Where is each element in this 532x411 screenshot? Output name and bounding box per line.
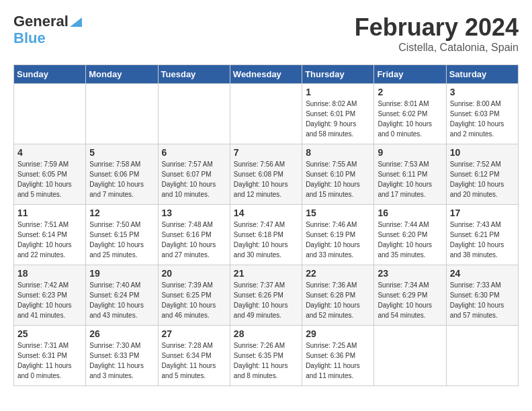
svg-marker-0 [70, 17, 82, 27]
calendar-subtitle: Cistella, Catalonia, Spain [355, 42, 519, 54]
logo-general: General [13, 13, 69, 30]
day-number: 21 [234, 268, 298, 279]
calendar-cell [374, 326, 446, 386]
calendar-cell [158, 84, 230, 144]
day-number: 23 [378, 268, 442, 279]
calendar-cell: 9Sunrise: 7:53 AMSunset: 6:11 PMDaylight… [374, 144, 446, 205]
calendar-cell [86, 84, 158, 144]
day-info: Sunrise: 8:01 AMSunset: 6:02 PMDaylight:… [378, 99, 442, 139]
week-row-0: 1Sunrise: 8:02 AMSunset: 6:01 PMDaylight… [14, 84, 519, 144]
calendar-cell: 13Sunrise: 7:48 AMSunset: 6:16 PMDayligh… [158, 205, 230, 265]
day-info: Sunrise: 7:46 AMSunset: 6:19 PMDaylight:… [306, 220, 370, 260]
calendar-cell: 20Sunrise: 7:39 AMSunset: 6:25 PMDayligh… [158, 265, 230, 326]
week-row-1: 4Sunrise: 7:59 AMSunset: 6:05 PMDaylight… [14, 144, 519, 205]
day-number: 9 [378, 147, 442, 158]
page-header: General Blue February 2024 Cistella, Cat… [13, 13, 519, 54]
day-number: 6 [162, 147, 226, 158]
day-number: 27 [162, 328, 226, 339]
week-row-4: 25Sunrise: 7:31 AMSunset: 6:31 PMDayligh… [14, 326, 519, 386]
day-number: 16 [378, 208, 442, 218]
day-info: Sunrise: 7:57 AMSunset: 6:07 PMDaylight:… [162, 159, 226, 199]
title-area: February 2024 Cistella, Catalonia, Spain [355, 13, 519, 54]
day-info: Sunrise: 7:40 AMSunset: 6:24 PMDaylight:… [89, 280, 154, 320]
day-number: 10 [450, 147, 515, 158]
day-info: Sunrise: 7:50 AMSunset: 6:15 PMDaylight:… [89, 220, 154, 260]
calendar-cell: 12Sunrise: 7:50 AMSunset: 6:15 PMDayligh… [86, 205, 158, 265]
header-cell-sunday: Sunday [14, 65, 86, 84]
day-number: 1 [306, 87, 370, 97]
day-info: Sunrise: 7:28 AMSunset: 6:34 PMDaylight:… [162, 340, 226, 381]
day-number: 22 [306, 268, 370, 279]
calendar-cell [446, 326, 518, 386]
day-info: Sunrise: 7:58 AMSunset: 6:06 PMDaylight:… [89, 159, 154, 199]
day-number: 8 [306, 147, 370, 158]
day-info: Sunrise: 8:02 AMSunset: 6:01 PMDaylight:… [306, 99, 370, 139]
logo-blue: Blue [13, 30, 46, 46]
calendar-cell: 14Sunrise: 7:47 AMSunset: 6:18 PMDayligh… [230, 205, 302, 265]
calendar-cell: 6Sunrise: 7:57 AMSunset: 6:07 PMDaylight… [158, 144, 230, 205]
calendar-cell: 10Sunrise: 7:52 AMSunset: 6:12 PMDayligh… [446, 144, 518, 205]
day-number: 17 [450, 208, 515, 218]
day-number: 13 [162, 208, 226, 218]
day-info: Sunrise: 7:42 AMSunset: 6:23 PMDaylight:… [17, 280, 82, 320]
week-row-3: 18Sunrise: 7:42 AMSunset: 6:23 PMDayligh… [14, 265, 519, 326]
calendar-cell: 24Sunrise: 7:33 AMSunset: 6:30 PMDayligh… [446, 265, 518, 326]
day-number: 26 [89, 328, 154, 339]
logo: General Blue [13, 13, 82, 47]
day-number: 20 [162, 268, 226, 279]
calendar-cell: 4Sunrise: 7:59 AMSunset: 6:05 PMDaylight… [14, 144, 86, 205]
calendar-cell: 1Sunrise: 8:02 AMSunset: 6:01 PMDaylight… [302, 84, 374, 144]
header-cell-thursday: Thursday [302, 65, 374, 84]
day-number: 11 [17, 208, 82, 218]
calendar-cell: 21Sunrise: 7:37 AMSunset: 6:26 PMDayligh… [230, 265, 302, 326]
day-number: 14 [234, 208, 298, 218]
calendar-cell: 23Sunrise: 7:34 AMSunset: 6:29 PMDayligh… [374, 265, 446, 326]
header-cell-tuesday: Tuesday [158, 65, 230, 84]
day-number: 15 [306, 208, 370, 218]
calendar-cell [230, 84, 302, 144]
calendar-title: February 2024 [355, 13, 519, 42]
day-number: 3 [450, 87, 515, 97]
calendar-cell: 26Sunrise: 7:30 AMSunset: 6:33 PMDayligh… [86, 326, 158, 386]
calendar-cell: 11Sunrise: 7:51 AMSunset: 6:14 PMDayligh… [14, 205, 86, 265]
day-number: 19 [89, 268, 154, 279]
calendar-cell: 29Sunrise: 7:25 AMSunset: 6:36 PMDayligh… [302, 326, 374, 386]
day-info: Sunrise: 7:37 AMSunset: 6:26 PMDaylight:… [234, 280, 298, 320]
day-number: 2 [378, 87, 442, 97]
calendar-cell: 7Sunrise: 7:56 AMSunset: 6:08 PMDaylight… [230, 144, 302, 205]
calendar-cell: 27Sunrise: 7:28 AMSunset: 6:34 PMDayligh… [158, 326, 230, 386]
calendar-cell: 17Sunrise: 7:43 AMSunset: 6:21 PMDayligh… [446, 205, 518, 265]
calendar-cell: 8Sunrise: 7:55 AMSunset: 6:10 PMDaylight… [302, 144, 374, 205]
header-cell-monday: Monday [86, 65, 158, 84]
day-number: 29 [306, 328, 370, 339]
calendar-cell: 3Sunrise: 8:00 AMSunset: 6:03 PMDaylight… [446, 84, 518, 144]
calendar-cell: 19Sunrise: 7:40 AMSunset: 6:24 PMDayligh… [86, 265, 158, 326]
day-number: 24 [450, 268, 515, 279]
calendar-cell: 28Sunrise: 7:26 AMSunset: 6:35 PMDayligh… [230, 326, 302, 386]
calendar-cell: 16Sunrise: 7:44 AMSunset: 6:20 PMDayligh… [374, 205, 446, 265]
day-info: Sunrise: 7:56 AMSunset: 6:08 PMDaylight:… [234, 159, 298, 199]
header-cell-friday: Friday [374, 65, 446, 84]
day-number: 25 [17, 328, 82, 339]
day-info: Sunrise: 7:34 AMSunset: 6:29 PMDaylight:… [378, 280, 442, 320]
header-cell-wednesday: Wednesday [230, 65, 302, 84]
day-info: Sunrise: 7:26 AMSunset: 6:35 PMDaylight:… [234, 340, 298, 381]
header-cell-saturday: Saturday [446, 65, 518, 84]
day-info: Sunrise: 8:00 AMSunset: 6:03 PMDaylight:… [450, 99, 515, 139]
calendar-cell: 2Sunrise: 8:01 AMSunset: 6:02 PMDaylight… [374, 84, 446, 144]
calendar-cell: 18Sunrise: 7:42 AMSunset: 6:23 PMDayligh… [14, 265, 86, 326]
day-info: Sunrise: 7:30 AMSunset: 6:33 PMDaylight:… [89, 340, 154, 381]
calendar-cell: 25Sunrise: 7:31 AMSunset: 6:31 PMDayligh… [14, 326, 86, 386]
calendar-cell: 15Sunrise: 7:46 AMSunset: 6:19 PMDayligh… [302, 205, 374, 265]
day-number: 5 [89, 147, 154, 158]
day-number: 4 [17, 147, 82, 158]
day-number: 28 [234, 328, 298, 339]
day-info: Sunrise: 7:39 AMSunset: 6:25 PMDaylight:… [162, 280, 226, 320]
day-info: Sunrise: 7:33 AMSunset: 6:30 PMDaylight:… [450, 280, 515, 320]
day-info: Sunrise: 7:36 AMSunset: 6:28 PMDaylight:… [306, 280, 370, 320]
calendar-cell: 22Sunrise: 7:36 AMSunset: 6:28 PMDayligh… [302, 265, 374, 326]
day-info: Sunrise: 7:59 AMSunset: 6:05 PMDaylight:… [17, 159, 82, 199]
calendar-cell [14, 84, 86, 144]
day-info: Sunrise: 7:31 AMSunset: 6:31 PMDaylight:… [17, 340, 82, 381]
day-number: 18 [17, 268, 82, 279]
